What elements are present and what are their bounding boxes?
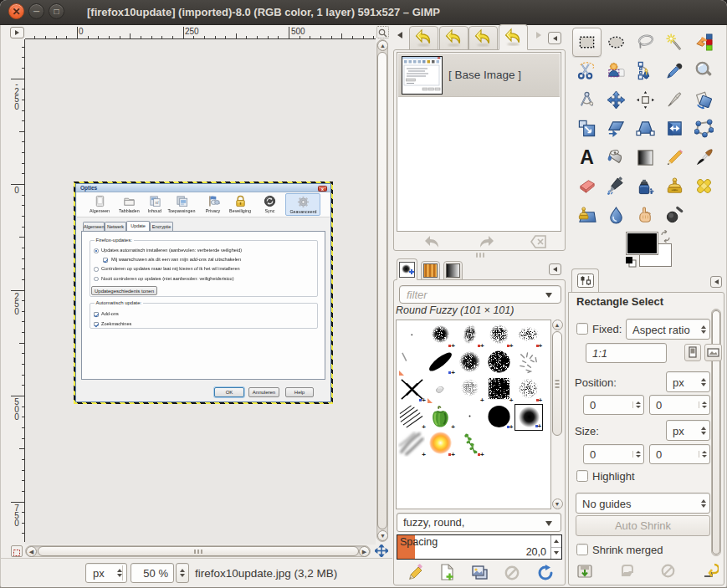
brush-noise[interactable]: + [485, 376, 515, 404]
vertical-scrollbar-thumb[interactable] [377, 52, 387, 529]
paths-tool[interactable] [631, 57, 660, 86]
chevron-down-icon[interactable] [545, 521, 552, 526]
undo-panel-menu-button[interactable] [548, 32, 561, 44]
undo-history-dock-tab-active[interactable] [499, 24, 528, 50]
portrait-orientation-button[interactable] [684, 344, 701, 361]
size-width-spinbox[interactable]: 0 [583, 444, 644, 464]
dodge-burn-tool[interactable] [660, 201, 689, 230]
scroll-down-icon[interactable]: ▼ [377, 530, 388, 541]
brush-cross[interactable]: + [398, 376, 427, 404]
quick-mask-toggle[interactable] [11, 545, 23, 557]
gradient-tool[interactable] [631, 143, 660, 172]
dock-splitter-handle[interactable] [476, 253, 488, 258]
undo-history-dock-tab[interactable] [439, 26, 468, 50]
bucket-fill-tool[interactable] [602, 143, 631, 172]
chevron-down-icon[interactable] [545, 293, 552, 298]
size-height-spinbox[interactable]: 0 [649, 444, 710, 464]
scroll-right-icon[interactable]: ▶ [359, 546, 370, 557]
scroll-left-icon[interactable]: ◀ [26, 546, 37, 557]
pencil-tool[interactable] [660, 143, 689, 172]
position-y-spinbox[interactable]: 0 [649, 395, 710, 415]
rectangle-select-tool[interactable] [572, 28, 602, 57]
brush-line[interactable] [398, 350, 427, 377]
horizontal-ruler[interactable]: 0250500 [25, 26, 376, 39]
flip-tool[interactable] [660, 115, 689, 144]
default-colors-icon[interactable] [625, 256, 637, 268]
minimize-icon[interactable]: ─ [28, 3, 44, 19]
delete-brush-icon[interactable] [504, 565, 537, 584]
brush-fireball[interactable]: + [427, 431, 456, 458]
tab-brushes[interactable] [397, 258, 417, 280]
move-tool[interactable] [602, 85, 631, 115]
smudge-tool[interactable] [631, 201, 660, 230]
image-canvas[interactable]: Opties x AlgemeenTabbladenInhoudToepassi… [25, 39, 376, 545]
brush-splat6[interactable] [485, 350, 515, 377]
undo-history-dock-tab[interactable] [468, 26, 498, 50]
shear-tool[interactable] [602, 115, 631, 144]
brush-grid[interactable]: ++++++++++++++++ [396, 320, 551, 509]
undo-history-dock-tab[interactable] [409, 26, 438, 50]
maximize-icon[interactable]: □ [49, 3, 64, 19]
scale-tool[interactable] [572, 115, 602, 144]
ink-tool[interactable] [631, 172, 660, 202]
measure-tool[interactable] [572, 85, 602, 115]
rotate-tool[interactable] [689, 85, 719, 115]
ratio-input[interactable]: 1:1 [586, 343, 667, 363]
select-by-color-tool[interactable] [689, 28, 719, 57]
brush-splat3[interactable]: + [485, 322, 515, 350]
spacing-slider[interactable]: Spacing 20,0 [397, 534, 562, 560]
brush-chalk[interactable] [427, 376, 456, 404]
tab-patterns[interactable] [421, 261, 440, 280]
scissors-select-tool[interactable] [572, 57, 602, 86]
highlight-checkbox[interactable] [576, 470, 588, 482]
tab-tool-options[interactable] [571, 268, 599, 293]
spacing-spinner[interactable] [550, 535, 561, 559]
clear-history-icon[interactable] [530, 235, 547, 252]
brush-splat1[interactable]: + [427, 322, 456, 350]
brush-filter-input[interactable]: filter [399, 285, 561, 304]
zoom-entry[interactable]: 50 % [131, 563, 174, 583]
blur-sharpen-tool[interactable] [602, 201, 631, 230]
heal-tool[interactable] [689, 172, 719, 202]
horizontal-scrollbar[interactable]: ◀ ▶ [25, 545, 371, 557]
refresh-brushes-icon[interactable] [537, 565, 554, 585]
clone-tool[interactable] [660, 172, 689, 202]
unit-spinner-icon[interactable] [117, 564, 122, 582]
brush-grid-scrollbar[interactable]: ▲ ▼ [551, 320, 563, 509]
dock-tab-scroll-left[interactable] [397, 32, 402, 38]
brush-vine[interactable]: + [456, 431, 485, 458]
vertical-ruler[interactable]: -2500250500750 [10, 39, 25, 542]
save-options-icon[interactable] [576, 563, 593, 580]
aspect-ratio-combo[interactable]: Aspect ratio [626, 319, 710, 340]
fuzzy-select-tool[interactable] [660, 28, 689, 57]
free-select-tool[interactable] [631, 28, 660, 57]
brush-name-combo[interactable]: fuzzy, round, [397, 513, 561, 532]
undo-history-list[interactable]: [ Base Image ] [397, 52, 561, 232]
delete-options-icon[interactable] [661, 564, 675, 578]
tool-options-menu-button[interactable] [710, 276, 722, 288]
scroll-up-icon[interactable]: ▲ [552, 320, 563, 330]
vertical-scrollbar[interactable]: ▲ ▼ [376, 39, 388, 542]
reset-options-icon[interactable] [701, 562, 719, 580]
brush-fuzzy[interactable]: + [515, 404, 544, 432]
guides-combo[interactable]: No guides [576, 493, 710, 514]
spinbox-arrows-icon[interactable] [699, 451, 707, 458]
new-brush-icon[interactable] [440, 564, 471, 585]
unit-combo[interactable]: px [85, 563, 127, 583]
brush-pixel[interactable] [398, 322, 427, 350]
airbrush-tool[interactable] [602, 172, 631, 202]
paintbrush-tool[interactable] [689, 143, 719, 172]
brush-hatch[interactable]: + [398, 404, 427, 432]
size-unit-combo[interactable]: px [666, 420, 710, 441]
position-x-spinbox[interactable]: 0 [583, 395, 644, 415]
brush-grass[interactable] [515, 350, 544, 377]
brush-splat4[interactable]: + [515, 322, 544, 350]
zoom-spinner-icon[interactable] [176, 563, 189, 583]
fixed-checkbox[interactable] [576, 323, 588, 335]
brush-splat2[interactable]: + [456, 322, 485, 350]
duplicate-brush-icon[interactable] [471, 565, 504, 585]
foreground-select-tool[interactable] [602, 57, 631, 86]
brush-splat7[interactable]: + [456, 376, 485, 404]
perspective-tool[interactable] [631, 115, 660, 144]
navigation-button[interactable] [375, 545, 388, 557]
